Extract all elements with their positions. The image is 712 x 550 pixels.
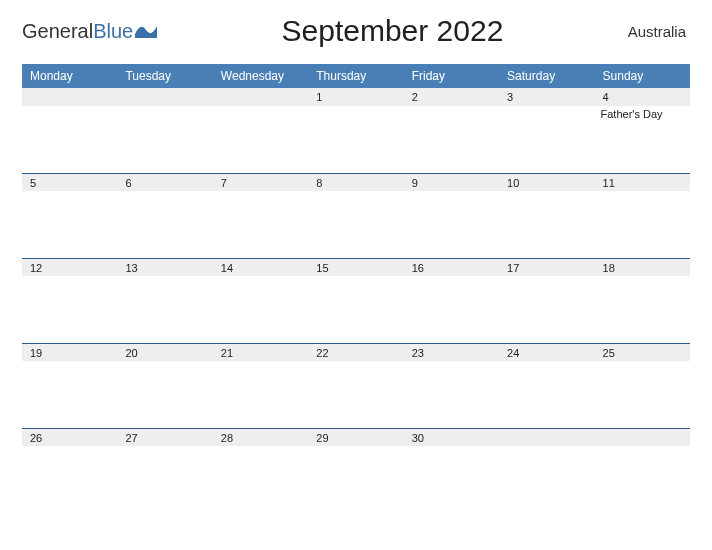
day-number: 6 <box>117 174 212 191</box>
day-cell <box>404 191 499 258</box>
day-number: 22 <box>308 344 403 361</box>
week-1-numbers: 1 2 3 4 <box>22 88 690 106</box>
day-number: 12 <box>22 259 117 276</box>
day-cell <box>404 276 499 343</box>
week-4-numbers: 19 20 21 22 23 24 25 <box>22 343 690 361</box>
day-cell <box>308 191 403 258</box>
day-cell <box>499 191 594 258</box>
logo-text-blue: Blue <box>93 20 133 43</box>
logo-wave-icon <box>135 22 157 42</box>
day-cell <box>213 191 308 258</box>
day-cell <box>117 191 212 258</box>
day-cell <box>308 446 403 513</box>
week-2-body <box>22 191 690 258</box>
day-number: 7 <box>213 174 308 191</box>
day-header-tue: Tuesday <box>117 64 212 88</box>
day-cell <box>499 106 594 173</box>
day-cell <box>213 106 308 173</box>
day-cell <box>404 106 499 173</box>
day-number: 29 <box>308 429 403 446</box>
day-number: 10 <box>499 174 594 191</box>
day-number <box>499 429 594 446</box>
day-number: 25 <box>595 344 690 361</box>
day-number: 19 <box>22 344 117 361</box>
day-cell <box>213 276 308 343</box>
header: General Blue September 2022 Australia <box>0 0 712 56</box>
day-cell <box>595 361 690 428</box>
day-number: 5 <box>22 174 117 191</box>
day-number: 15 <box>308 259 403 276</box>
day-cell: Father's Day <box>595 106 690 173</box>
day-number <box>117 88 212 106</box>
day-number: 8 <box>308 174 403 191</box>
day-number: 1 <box>308 88 403 106</box>
day-number: 24 <box>499 344 594 361</box>
day-cell <box>22 446 117 513</box>
day-number: 28 <box>213 429 308 446</box>
day-number: 23 <box>404 344 499 361</box>
day-cell <box>595 276 690 343</box>
day-number: 21 <box>213 344 308 361</box>
calendar-grid: Monday Tuesday Wednesday Thursday Friday… <box>22 64 690 513</box>
day-cell <box>213 446 308 513</box>
day-header-wed: Wednesday <box>213 64 308 88</box>
day-cell <box>22 361 117 428</box>
day-number: 26 <box>22 429 117 446</box>
day-cell <box>117 276 212 343</box>
day-header-fri: Friday <box>404 64 499 88</box>
week-4-body <box>22 361 690 428</box>
week-3: 12 13 14 15 16 17 18 <box>22 258 690 343</box>
day-header-row: Monday Tuesday Wednesday Thursday Friday… <box>22 64 690 88</box>
day-cell <box>595 446 690 513</box>
logo-text-general: General <box>22 20 93 43</box>
day-cell <box>117 106 212 173</box>
day-number: 9 <box>404 174 499 191</box>
day-number: 4 <box>595 88 690 106</box>
week-1-body: Father's Day <box>22 106 690 173</box>
day-cell <box>404 361 499 428</box>
day-cell <box>22 106 117 173</box>
week-3-body <box>22 276 690 343</box>
day-cell <box>499 276 594 343</box>
day-cell <box>499 446 594 513</box>
day-number: 3 <box>499 88 594 106</box>
day-number: 16 <box>404 259 499 276</box>
day-cell <box>308 361 403 428</box>
week-2: 5 6 7 8 9 10 11 <box>22 173 690 258</box>
week-5-numbers: 26 27 28 29 30 <box>22 428 690 446</box>
day-cell <box>404 446 499 513</box>
day-number: 30 <box>404 429 499 446</box>
week-2-numbers: 5 6 7 8 9 10 11 <box>22 173 690 191</box>
day-number <box>595 429 690 446</box>
day-number: 17 <box>499 259 594 276</box>
day-cell <box>117 361 212 428</box>
day-cell <box>213 361 308 428</box>
day-number: 13 <box>117 259 212 276</box>
day-header-sat: Saturday <box>499 64 594 88</box>
day-header-mon: Monday <box>22 64 117 88</box>
week-5-body <box>22 446 690 513</box>
day-cell <box>22 191 117 258</box>
day-cell <box>308 276 403 343</box>
week-3-numbers: 12 13 14 15 16 17 18 <box>22 258 690 276</box>
region-label: Australia <box>628 23 690 40</box>
day-number: 2 <box>404 88 499 106</box>
week-5: 26 27 28 29 30 <box>22 428 690 513</box>
day-number: 27 <box>117 429 212 446</box>
day-header-thu: Thursday <box>308 64 403 88</box>
day-cell <box>595 191 690 258</box>
day-cell <box>499 361 594 428</box>
calendar-title: September 2022 <box>157 14 627 48</box>
week-1: 1 2 3 4 Father's Day <box>22 88 690 173</box>
day-number: 11 <box>595 174 690 191</box>
day-cell <box>308 106 403 173</box>
day-number: 20 <box>117 344 212 361</box>
day-number <box>213 88 308 106</box>
day-number: 14 <box>213 259 308 276</box>
day-number: 18 <box>595 259 690 276</box>
day-header-sun: Sunday <box>595 64 690 88</box>
day-cell <box>22 276 117 343</box>
week-4: 19 20 21 22 23 24 25 <box>22 343 690 428</box>
day-number <box>22 88 117 106</box>
day-cell <box>117 446 212 513</box>
